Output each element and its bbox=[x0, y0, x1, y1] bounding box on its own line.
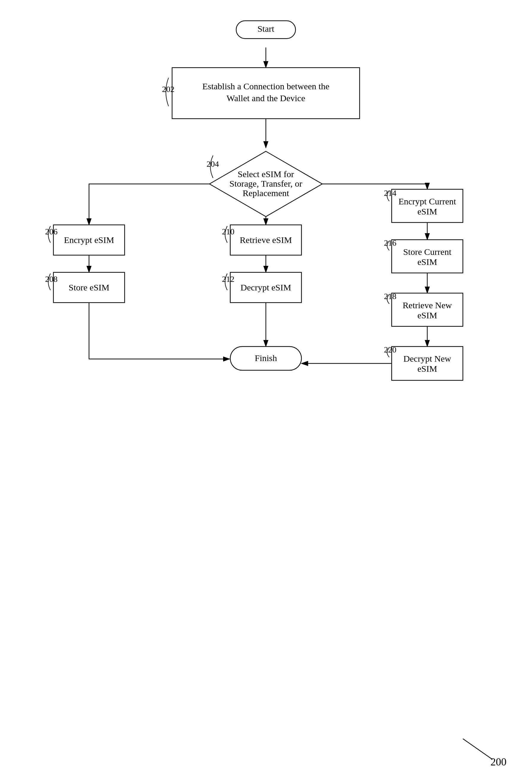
step-212-text: Decrypt eSIM bbox=[241, 283, 291, 292]
label-220: 220 bbox=[384, 345, 396, 354]
arrow-204-to-206 bbox=[89, 184, 209, 225]
step-210-text: Retrieve eSIM bbox=[240, 235, 292, 245]
step-214-text-line2: eSIM bbox=[417, 207, 437, 216]
step-204-text-line1: Select eSIM for bbox=[238, 169, 294, 179]
step-218-text-line1: Retrieve New bbox=[403, 300, 452, 310]
step-214-text-line1: Encrypt Current bbox=[399, 196, 456, 206]
flowchart-diagram: Start Establish a Connection between the… bbox=[0, 0, 532, 777]
figure-number: 200 bbox=[491, 756, 507, 768]
step-202-text-line2: Wallet and the Device bbox=[227, 93, 305, 103]
step-204-text-line3: Replacement bbox=[243, 188, 289, 198]
step-202-text-line1: Establish a Connection between the bbox=[202, 81, 329, 91]
start-label: Start bbox=[257, 24, 275, 33]
label-216: 216 bbox=[384, 238, 396, 247]
label-206: 206 bbox=[45, 227, 58, 236]
label-208: 208 bbox=[45, 274, 58, 284]
label-218: 218 bbox=[384, 292, 396, 301]
arrow-208-to-finish bbox=[89, 303, 230, 359]
step-206-text: Encrypt eSIM bbox=[64, 235, 114, 245]
label-210: 210 bbox=[222, 227, 234, 236]
step-220-text-line2: eSIM bbox=[417, 364, 437, 373]
arrow-204-to-214 bbox=[322, 184, 427, 189]
finish-label: Finish bbox=[254, 353, 277, 363]
label-214: 214 bbox=[384, 188, 396, 198]
figure-arrow bbox=[463, 739, 493, 760]
label-212: 212 bbox=[222, 274, 234, 284]
step-220-text-line1: Decrypt New bbox=[404, 354, 451, 363]
label-202: 202 bbox=[162, 85, 175, 94]
step-216-text-line1: Store Current bbox=[403, 247, 452, 257]
step-216-text-line2: eSIM bbox=[417, 257, 437, 267]
label-204: 204 bbox=[207, 159, 219, 169]
step-204-text-line2: Storage, Transfer, or bbox=[229, 179, 302, 188]
step-208-text: Store eSIM bbox=[69, 283, 109, 292]
step-218-text-line2: eSIM bbox=[417, 310, 437, 320]
